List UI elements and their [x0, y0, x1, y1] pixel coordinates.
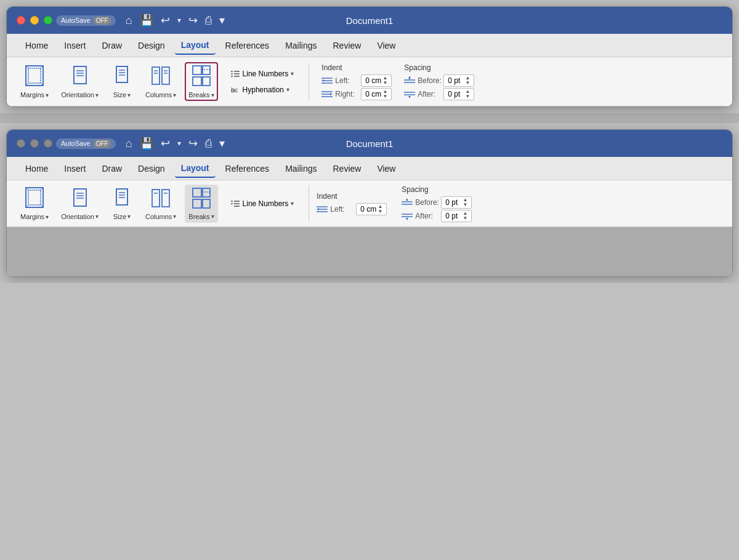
menu-review-2[interactable]: Review [326, 160, 367, 177]
menu-design-1[interactable]: Design [132, 37, 171, 54]
breaks-button-2[interactable]: Breaks ▾ [185, 185, 217, 223]
menu-mailings-1[interactable]: Mailings [279, 37, 323, 54]
margins-icon-1 [23, 65, 46, 90]
minimize-button-2[interactable] [30, 139, 39, 148]
left-indent-spinners-1[interactable]: ▲ ▼ [382, 76, 387, 86]
autosave-text: AutoSave [61, 17, 91, 24]
breaks-icon-2 [190, 187, 212, 212]
svg-rect-69 [203, 199, 210, 208]
line-numbers-chevron-1: ▾ [291, 70, 294, 77]
print-icon[interactable]: ⎙ [203, 13, 214, 28]
left-indent-down-1[interactable]: ▼ [382, 81, 387, 86]
undo-icon-2[interactable]: ↩ [158, 135, 172, 151]
menu-review-1[interactable]: Review [326, 37, 367, 54]
menu-insert-2[interactable]: Insert [58, 160, 92, 177]
breaks-button-1[interactable]: Breaks ▾ [185, 62, 217, 101]
before-spinners-1[interactable]: ▲ ▼ [465, 76, 470, 86]
save-icon-2[interactable]: 💾 [137, 135, 156, 151]
columns-button-2[interactable]: Columns ▾ [142, 185, 180, 223]
columns-button-1[interactable]: Columns ▾ [142, 62, 180, 101]
ribbon-group-orientation-1: Orientation ▾ [57, 62, 102, 101]
line-area-2: Line Numbers ▾ [228, 198, 297, 210]
menu-view-2[interactable]: View [371, 160, 402, 177]
svg-rect-20 [193, 66, 201, 74]
after-spinners-1[interactable]: ▲ ▼ [465, 89, 470, 99]
after-value-1[interactable]: 0 pt ▲ ▼ [443, 88, 474, 100]
before-down-1[interactable]: ▼ [465, 81, 470, 86]
menu-references-1[interactable]: References [219, 37, 276, 54]
customize-icon-2[interactable]: ▾ [217, 135, 227, 151]
spacing-after-icon-2 [402, 212, 413, 220]
margins-label-1: Margins [20, 91, 44, 98]
before-spinners-2[interactable]: ▲ ▼ [462, 198, 467, 207]
after-down-1[interactable]: ▼ [465, 94, 470, 99]
menu-layout-2[interactable]: Layout [175, 159, 216, 178]
close-button-2[interactable] [17, 139, 25, 148]
autosave-state[interactable]: OFF [94, 17, 111, 25]
menu-design-2[interactable]: Design [132, 160, 171, 177]
spacing-after-row-2: After: 0 pt ▲ ▼ [402, 210, 472, 222]
left-indent-value-2[interactable]: 0 cm ▲ ▼ [356, 203, 387, 215]
columns-chevron-2: ▾ [173, 213, 176, 220]
right-indent-down-1[interactable]: ▼ [382, 94, 387, 99]
before-label-1: Before: [418, 76, 441, 85]
line-numbers-button-2[interactable]: Line Numbers ▾ [228, 198, 297, 210]
redo-icon-2[interactable]: ↪ [186, 135, 200, 151]
menu-home-1[interactable]: Home [19, 37, 54, 54]
size-button-1[interactable]: Size ▾ [107, 62, 137, 101]
orientation-icon-1 [69, 65, 91, 90]
orientation-button-2[interactable]: Orientation ▾ [57, 185, 102, 223]
menu-layout-1[interactable]: Layout [175, 36, 216, 55]
after-value-2[interactable]: 0 pt ▲ ▼ [441, 210, 472, 222]
orientation-chevron-1: ▾ [95, 92, 99, 98]
minimize-button[interactable] [30, 16, 39, 25]
svg-marker-40 [330, 93, 333, 95]
size-button-2[interactable]: Size ▾ [107, 185, 137, 223]
customize-icon[interactable]: ▾ [217, 12, 227, 28]
ribbon-group-margins-1: Margins ▾ [17, 62, 52, 101]
menu-draw-2[interactable]: Draw [95, 160, 128, 177]
autosave-state-2[interactable]: OFF [94, 140, 111, 148]
maximize-button-2[interactable] [44, 139, 52, 148]
before-value-2[interactable]: 0 pt ▲ ▼ [441, 196, 472, 209]
menu-insert-1[interactable]: Insert [58, 37, 92, 54]
right-indent-value-1[interactable]: 0 cm ▲ ▼ [361, 88, 392, 100]
autosave-toggle[interactable]: Margins AutoSave OFF [56, 15, 116, 26]
right-indent-label-1: Right: [335, 90, 358, 98]
menu-view-1[interactable]: View [371, 37, 402, 54]
after-spinners-2[interactable]: ▲ ▼ [462, 211, 467, 221]
svg-rect-10 [116, 66, 127, 82]
undo-icon[interactable]: ↩ [158, 12, 172, 28]
orientation-label-2: Orientation [61, 213, 94, 220]
left-indent-value-1[interactable]: 0 cm ▲ ▼ [361, 74, 392, 87]
left-indent-label-2: Left: [330, 205, 353, 214]
menu-home-2[interactable]: Home [19, 160, 54, 177]
right-indent-spinners-1[interactable]: ▲ ▼ [382, 89, 387, 99]
margins-button-1[interactable]: Margins ▾ [17, 62, 52, 101]
line-numbers-label-1: Line Numbers [243, 70, 289, 78]
margins-chevron-2: ▾ [46, 214, 49, 220]
menu-references-2[interactable]: References [219, 160, 276, 177]
home-icon[interactable]: ⌂ [123, 13, 135, 28]
svg-rect-62 [152, 190, 160, 207]
print-icon-2[interactable]: ⎙ [203, 136, 214, 151]
indent-label-2: Indent [317, 192, 387, 201]
before-value-1[interactable]: 0 pt ▲ ▼ [443, 74, 474, 87]
save-icon[interactable]: 💾 [137, 12, 156, 28]
line-numbers-button-1[interactable]: Line Numbers ▾ [228, 68, 297, 80]
toolbar-icons-1: ⌂ 💾 ↩ ▾ ↪ ⎙ ▾ [123, 12, 227, 28]
menu-mailings-2[interactable]: Mailings [279, 160, 323, 177]
margins-button-2[interactable]: Margins ▾ [17, 184, 52, 223]
left-spinners-2[interactable]: ▲ ▼ [378, 204, 382, 214]
hyphenation-button-1[interactable]: a- bc Hyphenation ▾ [228, 84, 297, 96]
svg-rect-14 [152, 67, 160, 84]
menu-draw-1[interactable]: Draw [95, 37, 128, 54]
svg-rect-22 [203, 66, 210, 74]
home-icon-2[interactable]: ⌂ [123, 136, 135, 151]
autosave-toggle-2[interactable]: AutoSave OFF [56, 138, 116, 149]
redo-icon[interactable]: ↪ [186, 12, 200, 28]
orientation-button-1[interactable]: Orientation ▾ [57, 62, 102, 101]
maximize-button[interactable] [44, 16, 52, 25]
svg-marker-47 [408, 96, 411, 98]
close-button[interactable] [17, 16, 25, 25]
